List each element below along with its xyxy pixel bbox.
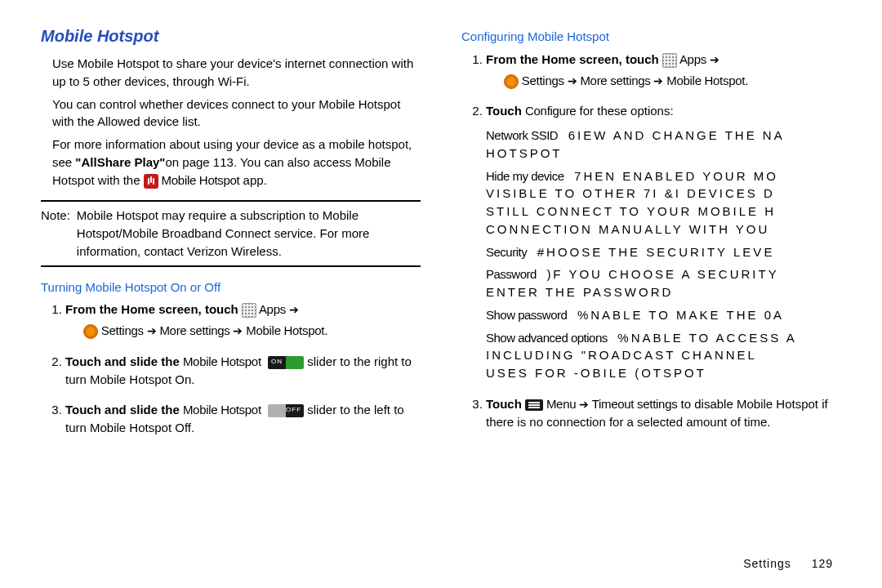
opt-showpw: Show password %NABLE TO MAKE THE 0A bbox=[486, 306, 841, 324]
s1-1b: Apps bbox=[256, 302, 289, 316]
intro-p3e: app. bbox=[239, 173, 266, 187]
opt-security: Security #HOOSE THE SECURITY LEVE bbox=[486, 243, 841, 261]
note-box: Note: Mobile Hotspot may require a subsc… bbox=[41, 200, 421, 266]
opt-advanced: Show advanced options %NABLE TO ACCESS A… bbox=[486, 329, 841, 382]
opt6c: INCLUDING "ROADCAST CHANNEL bbox=[486, 348, 757, 362]
apps-icon bbox=[242, 303, 256, 318]
intro-block: Use Mobile Hotspot to share your device'… bbox=[41, 55, 421, 189]
rstep-3: Touch Menu ➔ Timeout settings to disable… bbox=[486, 395, 841, 431]
intro-p1: Use Mobile Hotspot to share your device'… bbox=[52, 55, 421, 91]
opt4a: Password bbox=[486, 267, 537, 281]
opt5b: %NABLE TO MAKE THE 0A bbox=[577, 308, 784, 322]
s1-1c: Settings bbox=[98, 323, 147, 337]
opt3a: Security bbox=[486, 245, 527, 259]
r1-1c: Settings bbox=[519, 74, 568, 87]
arrow-icon: ➔ bbox=[568, 74, 577, 87]
step-1: From the Home screen, touch Apps ➔ Setti… bbox=[65, 301, 421, 340]
rstep-2: Touch Configure for these options: Netwo… bbox=[486, 102, 841, 382]
settings-icon bbox=[504, 74, 519, 89]
s1-2a: Touch and slide the bbox=[65, 354, 183, 368]
rstep-1: From the Home screen, touch Apps ➔ Setti… bbox=[486, 51, 841, 90]
arrow-icon: ➔ bbox=[233, 324, 243, 337]
apps-icon bbox=[662, 53, 677, 68]
r2a: Touch bbox=[486, 104, 525, 118]
section-title: Mobile Hotspot bbox=[41, 24, 421, 48]
r3b: Menu bbox=[543, 397, 579, 411]
r1-1a: From the Home screen, touch bbox=[486, 52, 662, 66]
arrow-icon: ➔ bbox=[289, 303, 299, 316]
opt6a: Show advanced options bbox=[486, 331, 608, 345]
arrow-icon: ➔ bbox=[653, 74, 663, 87]
period: . bbox=[745, 74, 748, 87]
opt2a: Hide my device bbox=[486, 169, 564, 183]
intro-p3d: Mobile Hotspot bbox=[158, 173, 240, 187]
footer-pagenum: 129 bbox=[812, 557, 833, 570]
note-label: Note: bbox=[41, 207, 70, 260]
opt2b: 7HEN ENABLED YOUR MO bbox=[574, 169, 778, 183]
slider-off-icon bbox=[268, 404, 304, 417]
arrow-icon: ➔ bbox=[147, 324, 157, 337]
subheading-configuring: Configuring Mobile Hotspot bbox=[461, 28, 841, 46]
rstep-1-line2: Settings ➔ More settings ➔ Mobile Hotspo… bbox=[486, 72, 841, 90]
r1-1d: More settings bbox=[577, 74, 654, 87]
opt4b: )F YOU CHOOSE A SECURITY bbox=[546, 267, 778, 281]
s1-3a: Touch and slide the bbox=[65, 403, 183, 416]
r2b: Configure bbox=[525, 104, 576, 118]
opt-ssid: Network SSID 6IEW AND CHANGE THE NA HOTS… bbox=[486, 127, 841, 163]
step-1-line2: Settings ➔ More settings ➔ Mobile Hotspo… bbox=[65, 322, 421, 340]
step-3: Touch and slide the Mobile Hotspot slide… bbox=[65, 401, 421, 437]
note-text: Mobile Hotspot may require a subscriptio… bbox=[77, 207, 421, 260]
arrow-icon: ➔ bbox=[579, 398, 589, 411]
opt5a: Show password bbox=[486, 308, 567, 322]
opt1a: Network SSID bbox=[486, 128, 558, 142]
s1-1d: More settings bbox=[157, 323, 234, 337]
r1-1b: Apps bbox=[677, 52, 710, 66]
r1-1e: Mobile Hotspot bbox=[663, 74, 745, 87]
opt6b: %NABLE TO ACCESS A bbox=[617, 331, 796, 345]
opt4c: ENTER THE PASSWORD bbox=[486, 285, 673, 299]
s1-1a: From the Home screen, touch bbox=[65, 302, 242, 316]
opt6d: USES FOR -OBILE (OTSPOT bbox=[486, 366, 706, 380]
subheading-turning: Turning Mobile Hotspot On or Off bbox=[41, 278, 421, 296]
opt1b: 6IEW AND CHANGE THE NA bbox=[568, 128, 785, 142]
left-column: Mobile Hotspot Use Mobile Hotspot to sha… bbox=[41, 24, 421, 572]
opt-hide: Hide my device 7HEN ENABLED YOUR MO VISI… bbox=[486, 167, 841, 238]
r2c: for these options: bbox=[576, 104, 673, 118]
page: Mobile Hotspot Use Mobile Hotspot to sha… bbox=[0, 0, 882, 588]
opt3b: #HOOSE THE SECURITY LEVE bbox=[537, 245, 775, 259]
opt2d: STILL CONNECT TO YOUR MOBILE H bbox=[486, 204, 776, 218]
page-footer: Settings 129 bbox=[743, 557, 833, 570]
r3c: Timeout settings bbox=[589, 397, 677, 411]
opt2c: VISIBLE TO OTHER 7I &I DEVICES D bbox=[486, 186, 775, 200]
allshare-ref: "AllShare Play" bbox=[75, 155, 165, 169]
s1-3b: Mobile Hotspot bbox=[183, 403, 261, 416]
steps-configuring: From the Home screen, touch Apps ➔ Setti… bbox=[461, 51, 841, 431]
opt-password: Password )F YOU CHOOSE A SECURITY ENTER … bbox=[486, 265, 841, 301]
steps-turning: From the Home screen, touch Apps ➔ Setti… bbox=[41, 301, 421, 437]
period: . bbox=[324, 323, 327, 337]
options-block: Network SSID 6IEW AND CHANGE THE NA HOTS… bbox=[486, 127, 841, 382]
right-column: Configuring Mobile Hotspot From the Home… bbox=[461, 24, 841, 572]
footer-name: Settings bbox=[743, 557, 791, 570]
arrow-icon: ➔ bbox=[710, 53, 719, 66]
s1-2b: Mobile Hotspot bbox=[183, 354, 261, 368]
s1-1e: Mobile Hotspot bbox=[243, 323, 324, 337]
settings-icon bbox=[83, 324, 98, 339]
hotspot-app-icon bbox=[144, 174, 158, 189]
intro-p2: You can control whether devices connect … bbox=[52, 96, 421, 131]
menu-icon bbox=[525, 399, 543, 411]
slider-on-icon bbox=[268, 356, 304, 369]
opt1c: HOTSPOT bbox=[486, 146, 563, 160]
intro-p3: For more information about using your de… bbox=[52, 136, 421, 189]
step-2: Touch and slide the Mobile Hotspot slide… bbox=[65, 353, 421, 389]
opt2e: CONNECTION MANUALLY WITH YOU bbox=[486, 222, 769, 236]
r3a: Touch bbox=[486, 397, 525, 411]
